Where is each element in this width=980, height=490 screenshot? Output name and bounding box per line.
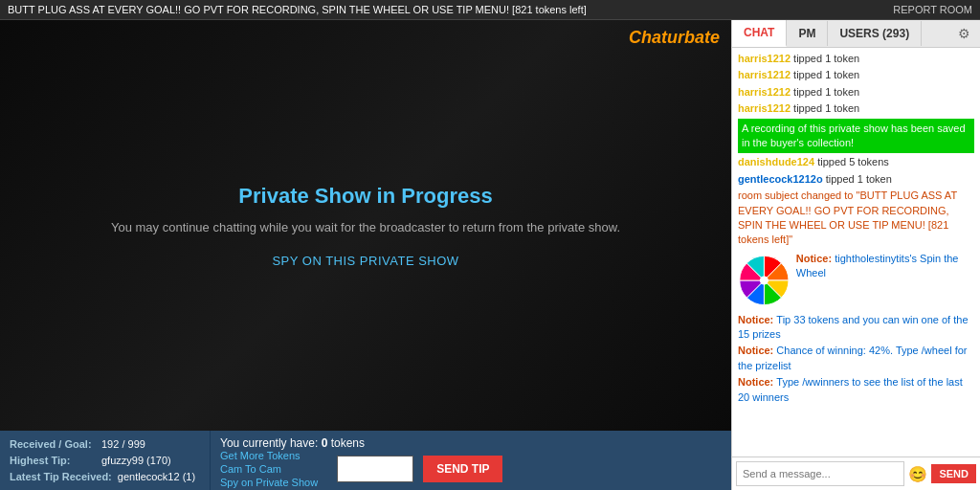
chat-message: Notice: Tip 33 tokens and you can win on… [738,313,974,343]
logo: Chaturbate [629,28,720,48]
chat-message: harris1212 tipped 1 token [738,85,974,100]
left-panel: Chaturbate Private Show in Progress You … [0,20,731,490]
latest-tip-value: gentlecock12 (1) [118,471,195,482]
main-layout: Chaturbate Private Show in Progress You … [0,20,980,490]
chat-message: Notice: Chance of winning: 42%. Type /wh… [738,344,974,373]
top-bar-title: BUTT PLUG ASS AT EVERY GOAL!! GO PVT FOR… [8,4,587,15]
tab-chat[interactable]: CHAT [732,20,787,47]
chat-message: harris1212 tipped 1 token [738,52,974,66]
chat-message-input[interactable] [736,461,904,486]
spin-wheel-notice: Notice: tightholestinytits's Spin the Wh… [738,250,974,311]
received-goal-label: Received / Goal: [10,438,96,450]
get-more-tokens-link[interactable]: Get More Tokens [220,450,318,461]
chat-message: harris1212 tipped 1 token [738,68,974,82]
highest-tip-row: Highest Tip: gfuzzy99 (170) [10,455,200,466]
chat-input-row: 😊 SEND [732,457,980,490]
chat-message: harris1212 tipped 1 token [738,101,974,116]
emoji-button[interactable]: 😊 [908,465,927,483]
latest-tip-row: Latest Tip Received: gentlecock12 (1) [10,471,200,482]
video-area: Chaturbate Private Show in Progress You … [0,20,731,431]
spy-on-private-show-link[interactable]: SPY ON THIS PRIVATE SHOW [272,254,458,268]
tip-amount-input[interactable] [337,456,413,482]
tokens-unit: tokens [331,436,365,450]
spy-on-show-link[interactable]: Spy on Private Show [220,477,318,488]
tokens-count: 0 [322,436,328,450]
highest-tip-value: gfuzzy99 (170) [101,455,171,466]
tab-pm[interactable]: PM [787,21,828,46]
private-show-title: Private Show in Progress [238,184,492,209]
received-goal-row: Received / Goal: 192 / 999 [10,438,200,450]
bottom-stats: Received / Goal: 192 / 999 Highest Tip: … [0,431,731,490]
stats-left: Received / Goal: 192 / 999 Highest Tip: … [0,431,211,490]
tab-users[interactable]: USERS (293) [828,21,922,46]
report-room-button[interactable]: REPORT ROOM [893,4,972,15]
top-bar: BUTT PLUG ASS AT EVERY GOAL!! GO PVT FOR… [0,0,980,20]
spin-wheel-icon [738,252,791,309]
chat-message: Notice: Type /wwinners to see the list o… [738,375,974,405]
latest-tip-label: Latest Tip Received: [10,471,112,482]
actions-row: Get More Tokens Cam To Cam Spy on Privat… [220,450,722,488]
received-goal-value: 192 / 999 [101,438,145,450]
chat-message: room subject changed to "BUTT PLUG ASS A… [738,189,974,248]
actions-links: Get More Tokens Cam To Cam Spy on Privat… [220,450,318,488]
tokens-row: You currently have: 0 tokens [220,436,722,450]
stats-right: You currently have: 0 tokens Get More To… [211,431,731,490]
chat-message: danishdude124 tipped 5 tokens [738,155,974,169]
chat-message: gentlecock1212o tipped 1 token [738,172,974,187]
chat-message: A recording of this private show has bee… [738,119,974,154]
chat-messages: harris1212 tipped 1 tokenharris1212 tipp… [732,48,980,457]
logo-text: Chaturbate [629,28,720,47]
private-show-subtitle: You may continue chatting while you wait… [111,220,620,234]
settings-icon[interactable]: ⚙ [948,20,980,47]
highest-tip-label: Highest Tip: [10,455,96,466]
svg-point-0 [760,276,768,284]
tokens-label: You currently have: [220,436,318,450]
chat-panel: CHAT PM USERS (293) ⚙ harris1212 tipped … [731,20,980,490]
send-chat-button[interactable]: SEND [931,464,976,483]
spin-wheel-text: Notice: tightholestinytits's Spin the Wh… [796,252,974,281]
send-tip-button[interactable]: SEND TIP [423,456,502,482]
chat-tabs: CHAT PM USERS (293) ⚙ [732,20,980,48]
cam-to-cam-link[interactable]: Cam To Cam [220,463,318,475]
chat-message: Notice: tightholestinytits's Spin the Wh… [738,250,974,311]
